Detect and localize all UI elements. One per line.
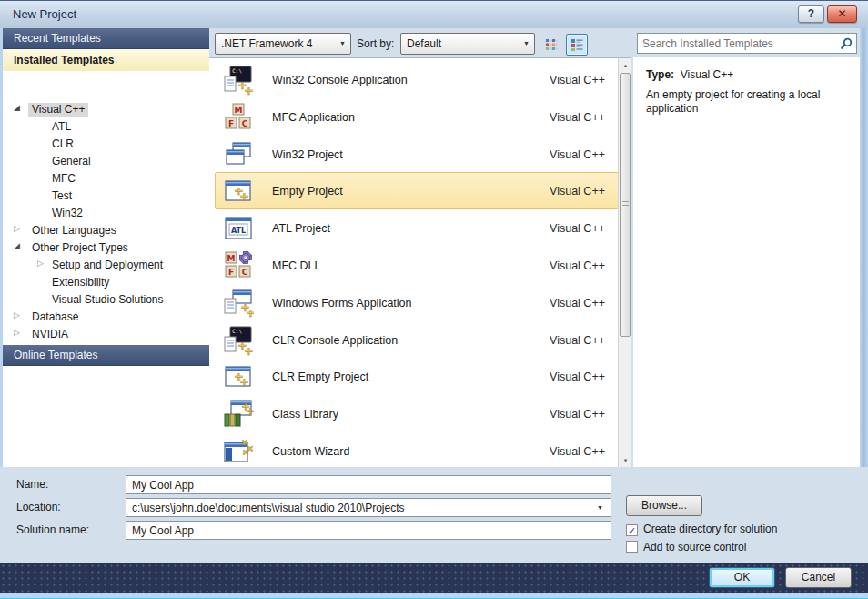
tree-collapsed-icon[interactable]: ▷ bbox=[14, 328, 20, 337]
help-icon[interactable]: ? bbox=[798, 5, 824, 23]
medium-icons-icon bbox=[570, 38, 583, 51]
tree-item-other-languages[interactable]: ▷Other Languages bbox=[3, 223, 209, 240]
source-control-checkbox[interactable] bbox=[626, 541, 638, 553]
template-list-item[interactable]: C:\ ++CLR Console ApplicationVisual C++ bbox=[215, 321, 619, 359]
tree-collapsed-icon[interactable]: ▷ bbox=[37, 259, 44, 268]
tree-expanded-icon[interactable]: ◢ bbox=[14, 103, 20, 112]
tree-item-extensibility[interactable]: Extensibility bbox=[3, 275, 209, 292]
tree-item-mfc[interactable]: MFC bbox=[3, 171, 209, 188]
windows-forms-application-icon: ++ bbox=[223, 288, 254, 319]
template-name: CLR Console Application bbox=[272, 334, 398, 347]
template-list-item[interactable]: C:\ ++Win32 Console ApplicationVisual C+… bbox=[215, 61, 619, 98]
tree-collapsed-icon[interactable]: ▷ bbox=[14, 224, 20, 233]
search-input[interactable] bbox=[642, 36, 833, 51]
template-platform: Visual C++ bbox=[550, 74, 605, 86]
tree-item-test[interactable]: Test bbox=[3, 188, 209, 206]
source-control-checkbox-row[interactable]: Add to source control bbox=[626, 541, 746, 553]
template-name: Class Library bbox=[272, 408, 338, 421]
small-icons-icon bbox=[545, 38, 558, 51]
svg-text:F: F bbox=[228, 268, 234, 277]
tree-item-label: ATL bbox=[48, 120, 75, 134]
solution-name-label: Solution name: bbox=[16, 523, 89, 536]
template-list-item[interactable]: ++Windows Forms ApplicationVisual C++ bbox=[215, 284, 619, 321]
svg-text:M: M bbox=[227, 254, 236, 263]
tree-item-label: Setup and Deployment bbox=[48, 259, 167, 272]
svg-text:M: M bbox=[235, 105, 243, 114]
online-templates-header[interactable]: Online Templates bbox=[3, 345, 209, 366]
tree-item-visual-c-[interactable]: ◢Visual C++ bbox=[3, 102, 209, 119]
template-platform: Visual C++ bbox=[550, 259, 605, 272]
installed-templates-header[interactable]: Installed Templates bbox=[3, 49, 209, 71]
svg-text:ATL: ATL bbox=[231, 227, 246, 235]
svg-text:F: F bbox=[228, 118, 234, 127]
framework-dropdown[interactable]: .NET Framework 4 ▼ bbox=[215, 33, 351, 55]
template-name: CLR Empty Project bbox=[272, 371, 368, 383]
scroll-up-icon[interactable]: ▲ bbox=[620, 59, 631, 72]
template-list-item[interactable]: ++Class LibraryVisual C++ bbox=[215, 395, 619, 432]
scrollbar[interactable]: ▲ ▼ bbox=[618, 58, 631, 468]
tree-item-nvidia[interactable]: ▷NVIDIA bbox=[3, 327, 209, 344]
tree-item-setup-and-deployment[interactable]: ▷Setup and Deployment bbox=[3, 258, 209, 275]
chevron-down-icon: ▼ bbox=[523, 40, 530, 46]
tree-item-atl[interactable]: ATL bbox=[3, 119, 209, 137]
tree-item-general[interactable]: General bbox=[3, 154, 209, 171]
template-platform: Visual C++ bbox=[550, 297, 605, 310]
template-name: Win32 Project bbox=[272, 148, 343, 161]
tree-item-label: Other Project Types bbox=[28, 241, 132, 255]
medium-icons-view-button[interactable] bbox=[566, 34, 588, 56]
template-name: MFC Application bbox=[272, 111, 355, 124]
template-list-item[interactable]: ++Empty ProjectVisual C++ bbox=[215, 172, 619, 209]
template-list-item[interactable]: Win32 ProjectVisual C++ bbox=[215, 136, 619, 173]
template-list-item[interactable]: ATLATL ProjectVisual C++ bbox=[215, 209, 619, 247]
tree-item-win32[interactable]: Win32 bbox=[3, 206, 209, 223]
svg-text:C: C bbox=[242, 268, 248, 277]
name-field[interactable] bbox=[126, 475, 611, 494]
create-directory-checkbox-row[interactable]: ✓Create directory for solution bbox=[626, 523, 777, 535]
tree-collapsed-icon[interactable]: ▷ bbox=[14, 310, 20, 320]
search-icon[interactable] bbox=[840, 37, 853, 50]
template-name: Windows Forms Application bbox=[272, 297, 412, 310]
tree-item-label: Extensibility bbox=[48, 276, 113, 289]
template-platform: Visual C++ bbox=[550, 111, 605, 124]
tree-item-label: Win32 bbox=[48, 207, 86, 220]
svg-text:+: + bbox=[239, 375, 249, 389]
scrollbar-grip bbox=[622, 201, 629, 208]
list-toolbar: .NET Framework 4 ▼ Sort by: Default ▼ bbox=[209, 28, 631, 57]
recent-templates-header[interactable]: Recent Templates bbox=[3, 28, 209, 49]
tree-expanded-icon[interactable]: ◢ bbox=[14, 241, 20, 250]
tree-item-visual-studio-solutions[interactable]: Visual Studio Solutions bbox=[3, 292, 209, 310]
dialog-footer: OK Cancel bbox=[0, 563, 868, 593]
class-library-icon: ++ bbox=[223, 399, 254, 430]
svg-text:+: + bbox=[239, 189, 249, 203]
tree-item-label: General bbox=[48, 155, 95, 168]
template-name: ATL Project bbox=[272, 222, 330, 235]
sort-by-label: Sort by: bbox=[357, 37, 394, 50]
scrollbar-thumb[interactable] bbox=[620, 73, 631, 337]
sort-dropdown[interactable]: Default ▼ bbox=[400, 33, 535, 55]
svg-text:+: + bbox=[244, 344, 254, 356]
tree-item-label: Database bbox=[28, 310, 82, 324]
close-icon[interactable]: ✕ bbox=[827, 5, 857, 23]
mfc-application-icon: MFC bbox=[223, 102, 254, 133]
tree-item-label: NVIDIA bbox=[28, 328, 72, 341]
browse-button[interactable]: Browse... bbox=[626, 495, 702, 516]
template-list-item[interactable]: ++CLR Empty ProjectVisual C++ bbox=[215, 358, 619, 395]
template-list: +++Custom WizardVisual C++ ++Class Libra… bbox=[209, 57, 631, 467]
cancel-button[interactable]: Cancel bbox=[785, 567, 852, 588]
create-directory-checkbox[interactable]: ✓ bbox=[626, 524, 638, 536]
scroll-down-icon[interactable]: ▼ bbox=[620, 454, 631, 467]
location-field[interactable] bbox=[126, 498, 611, 517]
tree-item-database[interactable]: ▷Database bbox=[3, 310, 209, 327]
location-dropdown-icon[interactable]: ▼ bbox=[597, 504, 603, 511]
small-icons-view-button[interactable] bbox=[540, 34, 562, 56]
template-list-item[interactable]: MFCMFC ApplicationVisual C++ bbox=[215, 98, 619, 136]
tree-item-other-project-types[interactable]: ◢Other Project Types bbox=[3, 240, 209, 258]
atl-project-icon: ATL bbox=[223, 213, 254, 244]
svg-text:+: + bbox=[246, 306, 254, 319]
ok-button[interactable]: OK bbox=[709, 567, 775, 588]
sidebar: Recent Templates Installed Templates ◢Vi… bbox=[3, 28, 209, 467]
template-list-item[interactable]: MFC MFC DLLVisual C++ bbox=[215, 247, 619, 284]
tree-item-clr[interactable]: CLR bbox=[3, 137, 209, 154]
template-list-item[interactable]: +++Custom WizardVisual C++ bbox=[215, 432, 619, 470]
solution-name-field[interactable] bbox=[126, 521, 611, 540]
